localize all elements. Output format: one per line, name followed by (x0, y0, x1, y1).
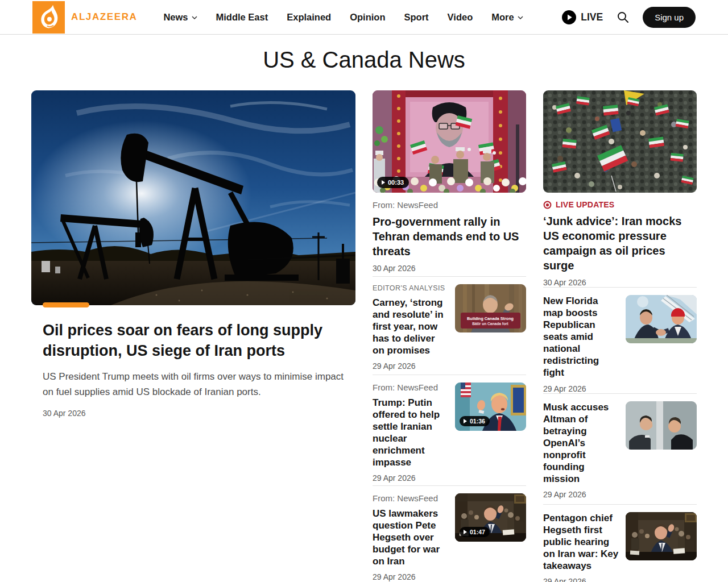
hegseth-hearing-photo-2 (626, 512, 697, 560)
nav-item-middle-east[interactable]: Middle East (216, 12, 268, 23)
article-kicker: EDITOR'S ANALYSIS (373, 284, 448, 292)
article-kicker: From: NewsFeed (373, 200, 526, 210)
page-title: US & Canada News (0, 47, 728, 73)
iran-live-article: LIVE UPDATES ‘Junk advice’: Iran mocks U… (543, 90, 697, 287)
article-title[interactable]: Pro-government rally in Tehran demands e… (373, 214, 526, 259)
florida-map-article: New Florida map boosts Republican seats … (543, 288, 697, 393)
hegseth-budget-article: From: NewsFeed US lawmakers question Pet… (373, 486, 526, 581)
featured-date: 30 Apr 2026 (43, 409, 344, 418)
iran-crowd-image[interactable] (543, 90, 697, 193)
featured-title[interactable]: Oil prices soar on fears of long supply … (43, 320, 344, 361)
accent-bar (43, 302, 89, 307)
main-nav: News Middle East Explained Opinion Sport… (163, 12, 523, 23)
article-date: 29 Apr 2026 (373, 473, 448, 483)
nav-item-video[interactable]: Video (448, 12, 473, 23)
hegseth-takeaways-article: Pentagon chief Hegseth first public hear… (543, 505, 697, 582)
featured-image[interactable] (31, 90, 355, 305)
main-content: US & Canada News (0, 47, 728, 582)
article-date: 29 Apr 2026 (373, 572, 448, 581)
musk-altman-article: Musk accuses Altman of betraying OpenAI’… (543, 394, 697, 504)
article-kicker: From: NewsFeed (373, 383, 448, 392)
play-circle-icon (562, 10, 576, 24)
video-duration-badge: 01:47 (460, 527, 490, 537)
nav-item-sport[interactable]: Sport (404, 12, 429, 23)
play-icon (464, 419, 467, 423)
article-date: 29 Apr 2026 (373, 361, 448, 371)
tehran-rally-article: 00:33 From: NewsFeed Pro-government rall… (373, 90, 526, 276)
video-duration-badge: 00:33 (377, 177, 409, 188)
video-duration-badge: 01:36 (460, 416, 490, 426)
aljazeera-logo-icon (32, 1, 65, 34)
live-updates-kicker: LIVE UPDATES (543, 200, 697, 209)
search-icon (616, 10, 630, 24)
article-date: 29 Apr 2026 (543, 384, 619, 393)
signup-button[interactable]: Sign up (643, 7, 696, 28)
chevron-down-icon (192, 16, 197, 19)
news-grid: Oil prices soar on fears of long supply … (0, 90, 728, 582)
desantis-trump-photo (626, 295, 697, 343)
hegseth-thumbnail[interactable]: 01:47 (455, 493, 526, 542)
chevron-down-icon (518, 16, 523, 19)
article-title[interactable]: Pentagon chief Hegseth first public hear… (543, 512, 619, 572)
aljazeera-logo[interactable]: ALJAZEERA (32, 1, 137, 34)
live-dot-icon (543, 201, 552, 209)
play-icon (382, 180, 385, 185)
article-title[interactable]: Musk accuses Altman of betraying OpenAI’… (543, 401, 619, 485)
nav-item-opinion[interactable]: Opinion (350, 12, 385, 23)
column-2: 00:33 From: NewsFeed Pro-government rall… (373, 90, 526, 582)
article-title[interactable]: ‘Junk advice’: Iran mocks US economic pr… (543, 214, 697, 273)
featured-excerpt: US President Trump meets with oil firms … (43, 369, 344, 400)
live-button[interactable]: LIVE (562, 10, 603, 24)
article-title[interactable]: Carney, ‘strong and resolute’ in first y… (373, 297, 448, 356)
tehran-rally-image[interactable]: 00:33 (373, 90, 526, 193)
desantis-trump-thumbnail[interactable] (626, 295, 697, 343)
article-date: 29 Apr 2026 (543, 490, 619, 499)
logo-wordmark: ALJAZEERA (71, 11, 137, 23)
header-actions: LIVE Sign up (562, 7, 696, 28)
play-icon (464, 530, 467, 534)
trump-putin-article: From: NewsFeed Trump: Putin offered to h… (373, 375, 526, 485)
musk-altman-thumbnail[interactable] (626, 401, 697, 450)
nav-item-explained[interactable]: Explained (287, 12, 331, 23)
nav-item-more[interactable]: More (491, 12, 523, 23)
carney-thumbnail[interactable]: Building Canada Strong Bâtir un Canada f… (455, 284, 526, 332)
article-kicker: From: NewsFeed (373, 493, 448, 503)
hegseth-thumbnail-2[interactable] (626, 512, 697, 560)
column-3: LIVE UPDATES ‘Junk advice’: Iran mocks U… (543, 90, 697, 582)
article-date: 29 Apr 2026 (543, 577, 619, 582)
featured-article: Oil prices soar on fears of long supply … (31, 90, 355, 582)
iran-crowd-photo (543, 90, 697, 193)
oil-pumpjack-photo (31, 90, 355, 305)
svg-text:Bâtir un Canada fort: Bâtir un Canada fort (472, 322, 508, 326)
article-title[interactable]: New Florida map boosts Republican seats … (543, 295, 619, 379)
article-date: 30 Apr 2026 (543, 278, 697, 287)
carney-photo: Building Canada Strong Bâtir un Canada f… (455, 284, 526, 332)
site-header: ALJAZEERA News Middle East Explained Opi… (0, 0, 728, 35)
svg-text:Building Canada Strong: Building Canada Strong (467, 316, 514, 321)
musk-altman-photo (626, 401, 697, 450)
article-title[interactable]: Trump: Putin offered to help settle Iran… (373, 397, 448, 468)
nav-item-news[interactable]: News (163, 12, 197, 23)
carney-article: EDITOR'S ANALYSIS Carney, ‘strong and re… (373, 277, 526, 375)
trump-thumbnail[interactable]: 01:36 (455, 383, 526, 431)
article-title[interactable]: US lawmakers question Pete Hegseth over … (373, 508, 448, 567)
search-button[interactable] (615, 9, 631, 25)
article-date: 30 Apr 2026 (373, 264, 526, 273)
